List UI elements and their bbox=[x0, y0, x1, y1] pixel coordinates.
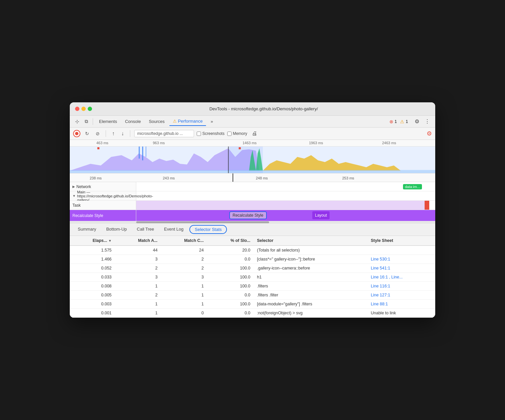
close-button[interactable] bbox=[75, 107, 79, 111]
stylesheet-link[interactable]: Line 127:1 bbox=[371, 293, 390, 297]
task-track-label: Task bbox=[70, 201, 136, 210]
cell-2: 24 bbox=[161, 246, 207, 255]
tick-238: 238 ms bbox=[90, 176, 102, 180]
svg-rect-9 bbox=[239, 147, 241, 149]
error-icon: ⊗ bbox=[389, 119, 393, 124]
cell-3: 100.0 bbox=[207, 282, 253, 291]
table-row: 1.466320.0[class*=" gallery-icon--"]::be… bbox=[70, 255, 435, 264]
cell-1: 1 bbox=[115, 309, 161, 318]
record-btn[interactable] bbox=[73, 130, 80, 137]
screenshots-checkbox[interactable] bbox=[197, 132, 201, 136]
cell-0: 1.466 bbox=[70, 255, 115, 264]
traffic-lights bbox=[75, 107, 92, 111]
timeline-scrollbar-thumb[interactable] bbox=[136, 221, 269, 223]
memory-icon-btn[interactable]: 🖨 bbox=[250, 129, 259, 138]
overview-area: 463 ms 963 ms 1463 ms 1963 ms 2463 ms CP… bbox=[70, 140, 435, 173]
tick-1463: 1463 ms bbox=[243, 141, 256, 145]
cell-1: 2 bbox=[115, 264, 161, 273]
svg-rect-10 bbox=[139, 147, 140, 158]
stylesheet-link[interactable]: Line 88:1 bbox=[371, 302, 388, 306]
cell-5: Unable to link bbox=[367, 309, 435, 318]
cell-5[interactable]: Line 541:1 bbox=[367, 264, 435, 273]
memory-checkbox[interactable] bbox=[227, 132, 232, 136]
cell-5[interactable]: Line 116:1 bbox=[367, 282, 435, 291]
col-stylesheet[interactable]: Style Sheet bbox=[367, 236, 435, 246]
url-display: microsoftedge.github.io ... bbox=[134, 130, 194, 137]
table-row: 0.00811100.0.filtersLine 116:1 bbox=[70, 282, 435, 291]
tab-summary[interactable]: Summary bbox=[73, 223, 101, 236]
cell-5[interactable]: Line 16:1 , Line... bbox=[367, 273, 435, 282]
tick-2463: 2463 ms bbox=[382, 141, 396, 145]
tick-253: 253 ms bbox=[342, 176, 354, 180]
stylesheet-link[interactable]: Line 16:1 , Line... bbox=[371, 275, 403, 279]
timeline-ruler-overview: 463 ms 963 ms 1463 ms 1963 ms 2463 ms bbox=[70, 140, 435, 147]
more-options-btn[interactable]: ⋮ bbox=[423, 117, 432, 126]
detail-tabs: Summary Bottom-Up Call Tree Event Log Se… bbox=[70, 223, 435, 236]
minimize-button[interactable] bbox=[81, 107, 86, 111]
tab-bottom-up[interactable]: Bottom-Up bbox=[102, 223, 132, 236]
tab-call-tree[interactable]: Call Tree bbox=[132, 223, 159, 236]
svg-rect-12 bbox=[146, 147, 146, 157]
tab-sources[interactable]: Sources bbox=[146, 117, 168, 126]
tab-console[interactable]: Console bbox=[122, 117, 144, 126]
col-match-attempts[interactable]: Match A... bbox=[115, 236, 161, 246]
tick-963: 963 ms bbox=[153, 141, 165, 145]
expand-icon[interactable]: ▶ bbox=[72, 185, 75, 188]
table-row: 0.05222100.0.gallery-icon--camera::befor… bbox=[70, 264, 435, 273]
cell-3: 0.0 bbox=[207, 255, 253, 264]
table-row: 0.001100.0:not(foreignObject) > svgUnabl… bbox=[70, 309, 435, 318]
cell-0: 0.052 bbox=[70, 264, 115, 273]
download-btn[interactable]: ↓ bbox=[119, 129, 126, 138]
stylesheet-link[interactable]: Line 541:1 bbox=[371, 266, 390, 270]
cell-3: 100.0 bbox=[207, 264, 253, 273]
cell-2: 0 bbox=[161, 309, 207, 318]
tab-event-log[interactable]: Event Log bbox=[159, 223, 188, 236]
tab-performance[interactable]: ⚠ Performance bbox=[169, 117, 206, 126]
stylesheet-link[interactable]: Line 116:1 bbox=[371, 284, 390, 288]
svg-rect-11 bbox=[142, 147, 143, 160]
maximize-button[interactable] bbox=[88, 107, 92, 111]
clear-btn[interactable]: ⊘ bbox=[94, 130, 102, 138]
timeline-scrollbar[interactable] bbox=[70, 221, 435, 223]
tick-248: 248 ms bbox=[256, 176, 268, 180]
recalc-track-label: Recalculate Style bbox=[70, 210, 136, 221]
layout-event-label: Layout bbox=[315, 213, 327, 218]
collapse-icon[interactable]: ▼ bbox=[72, 194, 76, 198]
settings-btn[interactable]: ⚙ bbox=[413, 117, 421, 126]
screenshots-label[interactable]: Screenshots bbox=[202, 131, 225, 136]
layout-event[interactable]: Layout bbox=[312, 211, 330, 219]
stylesheet-link[interactable]: Line 530:1 bbox=[371, 257, 390, 262]
table-body: 1.575442420.0(Totals for all selectors)1… bbox=[70, 246, 435, 318]
cell-5[interactable]: Line 88:1 bbox=[367, 300, 435, 309]
cell-5[interactable]: Line 127:1 bbox=[367, 291, 435, 300]
col-pct-slow[interactable]: % of Slo... bbox=[207, 236, 253, 246]
tab-selector-stats[interactable]: Selector Stats bbox=[189, 225, 227, 234]
upload-btn[interactable]: ↑ bbox=[110, 129, 117, 138]
cell-5 bbox=[367, 246, 435, 255]
cell-3: 100.0 bbox=[207, 273, 253, 282]
devtools-window: DevTools - microsoftedge.github.io/Demos… bbox=[70, 102, 435, 318]
reload-btn[interactable]: ↻ bbox=[83, 130, 91, 138]
memory-label[interactable]: Memory bbox=[233, 131, 247, 136]
cursor-icon: ⊹ bbox=[75, 119, 79, 125]
inspect-element-btn[interactable]: ⊹ bbox=[73, 117, 81, 126]
selector-stats-table: Elaps... ▼ Match A... Match C... % of Sl… bbox=[70, 236, 435, 318]
recalc-event[interactable]: Recalculate Style bbox=[229, 211, 267, 219]
cell-5[interactable]: Line 530:1 bbox=[367, 255, 435, 264]
col-elapsed[interactable]: Elaps... ▼ bbox=[70, 236, 115, 246]
cell-4: (Totals for all selectors) bbox=[254, 246, 367, 255]
col-selector[interactable]: Selector bbox=[254, 236, 367, 246]
cell-0: 0.033 bbox=[70, 273, 115, 282]
network-badge: data:im... bbox=[403, 184, 422, 189]
tab-more[interactable]: » bbox=[207, 117, 216, 126]
cell-1: 44 bbox=[115, 246, 161, 255]
tab-elements[interactable]: Elements bbox=[96, 117, 120, 126]
device-toggle-btn[interactable]: ⧉ bbox=[83, 117, 90, 126]
perf-gear-btn[interactable]: ⚙ bbox=[427, 130, 432, 137]
window-title: DevTools - microsoftedge.github.io/Demos… bbox=[97, 106, 430, 111]
cell-2: 2 bbox=[161, 255, 207, 264]
col-match-count[interactable]: Match C... bbox=[161, 236, 207, 246]
task-bar bbox=[136, 201, 425, 210]
cell-4: .filters bbox=[254, 282, 367, 291]
cell-4: :not(foreignObject) > svg bbox=[254, 309, 367, 318]
